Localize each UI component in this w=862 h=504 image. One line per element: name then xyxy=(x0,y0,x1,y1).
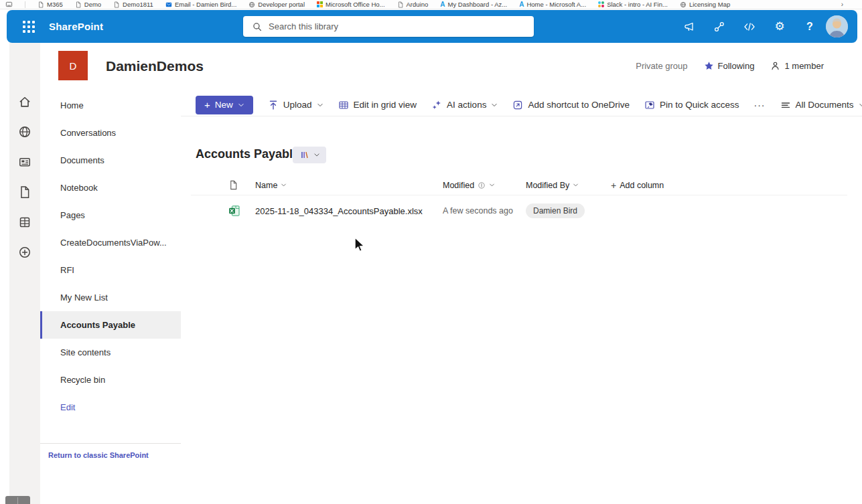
insight-bars-icon xyxy=(299,150,309,160)
chevron-down-icon xyxy=(281,182,287,188)
bookmark-my-dashboard[interactable]: AMy Dashboard - Az... xyxy=(440,1,507,8)
avatar[interactable] xyxy=(826,15,848,37)
help-icon[interactable]: ? xyxy=(804,21,816,33)
page-icon xyxy=(228,180,238,190)
nav-item-accounts-payable[interactable]: Accounts Payable xyxy=(40,311,181,339)
following-button[interactable]: Following xyxy=(704,61,755,71)
search-input[interactable] xyxy=(267,21,518,32)
add-shortcut-onedrive-button[interactable]: Add shortcut to OneDrive xyxy=(512,100,630,110)
bookmark-label: Arduino xyxy=(407,1,429,8)
nav-item-conversations[interactable]: Conversations xyxy=(40,119,181,147)
pin-label: Pin to Quick access xyxy=(660,100,739,110)
pin-icon xyxy=(644,100,655,110)
nav-item-pages[interactable]: Pages xyxy=(40,201,181,229)
nav-item-createdocumentsviapow[interactable]: CreateDocumentsViaPow... xyxy=(40,229,181,256)
plus-icon: + xyxy=(204,100,210,110)
bookmark-developer-portal[interactable]: Developer portal xyxy=(248,1,305,8)
announcements-megaphone-icon[interactable] xyxy=(683,21,695,33)
chevron-down-icon xyxy=(238,102,244,108)
bookmark-arduino[interactable]: Arduino xyxy=(397,1,429,8)
app-name[interactable]: SharePoint xyxy=(49,21,103,32)
bookmark-slack[interactable]: Slack - intro - AI Fin... xyxy=(598,1,668,8)
nav-edit-link[interactable]: Edit xyxy=(40,394,181,421)
slack-icon xyxy=(598,1,604,7)
browser-edge-artifact xyxy=(5,496,30,504)
site-logo-tile[interactable]: D xyxy=(58,51,88,80)
column-header-modified-by[interactable]: Modified By xyxy=(526,181,611,190)
nav-item-recycle-bin[interactable]: Recycle bin xyxy=(40,366,181,394)
nav-item-site-contents[interactable]: Site contents xyxy=(40,339,181,366)
bookmark-label: Email - Damien Bird... xyxy=(175,1,236,8)
azure-icon: A xyxy=(440,1,445,8)
upload-icon xyxy=(268,100,279,110)
bookmark-email[interactable]: Email - Damien Bird... xyxy=(165,1,236,8)
bookmark-licensing-map[interactable]: Licensing Map xyxy=(680,1,730,8)
reading-list-icon[interactable] xyxy=(5,1,13,8)
developer-code-icon[interactable] xyxy=(743,21,756,33)
chevron-down-icon xyxy=(313,150,320,160)
bookmarks-divider xyxy=(25,1,25,8)
modified-by-cell: Damien Bird xyxy=(526,203,611,218)
bookmark-demo[interactable]: Demo xyxy=(75,1,101,8)
info-icon xyxy=(478,181,486,189)
file-type-column-header[interactable] xyxy=(191,180,255,190)
left-app-rail xyxy=(9,43,40,504)
bookmark-azure-home[interactable]: AHome - Microsoft A... xyxy=(519,1,586,8)
file-name-link[interactable]: 2025-11-18_043334_AccountsPayable.xlsx xyxy=(255,206,443,216)
nav-item-rfi[interactable]: RFI xyxy=(40,256,181,284)
automate-flow-icon[interactable] xyxy=(713,21,725,33)
nav-item-notebook[interactable]: Notebook xyxy=(40,174,181,201)
azure-icon: A xyxy=(519,1,524,8)
members-count: 1 member xyxy=(784,61,824,71)
bookmark-label: M365 xyxy=(47,1,63,8)
news-icon[interactable] xyxy=(18,155,31,169)
bookmark-label: Home - Microsoft A... xyxy=(526,1,586,8)
bookmark-label: Licensing Map xyxy=(689,1,730,8)
site-title[interactable]: DamienDemos xyxy=(106,58,204,74)
person-chip[interactable]: Damien Bird xyxy=(526,203,585,218)
members-button[interactable]: 1 member xyxy=(770,61,824,71)
more-commands-ellipsis-icon[interactable]: ··· xyxy=(754,100,766,110)
site-logo-letter: D xyxy=(70,60,77,72)
globe-icon[interactable] xyxy=(18,125,31,139)
chevron-down-icon xyxy=(317,102,324,108)
plus-icon: + xyxy=(611,180,616,191)
settings-gear-icon[interactable]: ⚙ xyxy=(774,21,786,33)
return-to-classic-link[interactable]: Return to classic SharePoint xyxy=(48,451,149,459)
column-header-modified[interactable]: Modified xyxy=(443,181,526,190)
pin-quick-access-button[interactable]: Pin to Quick access xyxy=(644,100,739,110)
globe-icon xyxy=(680,1,687,8)
column-header-name[interactable]: Name xyxy=(255,181,443,190)
edit-grid-view-button[interactable]: Edit in grid view xyxy=(338,100,417,110)
lists-icon[interactable] xyxy=(18,216,31,229)
view-selector[interactable]: All Documents xyxy=(780,100,862,110)
column-label: Name xyxy=(255,181,277,190)
bookmarks-overflow-chevron-icon[interactable]: › xyxy=(841,1,843,8)
add-column-button[interactable]: + Add column xyxy=(611,180,847,191)
modified-cell: A few seconds ago xyxy=(443,206,526,216)
nav-item-my-new-list[interactable]: My New List xyxy=(40,284,181,311)
file-type-cell xyxy=(191,205,255,217)
table-header: Name Modified Modified By + Add column xyxy=(191,175,847,195)
suite-icon-row: ⚙ ? xyxy=(683,10,816,43)
ai-actions-label: AI actions xyxy=(447,100,486,110)
nav-item-documents[interactable]: Documents xyxy=(40,147,181,174)
bookmark-m365[interactable]: M365 xyxy=(38,1,63,8)
new-button[interactable]: + New xyxy=(196,96,253,114)
library-insights-button[interactable] xyxy=(293,147,326,163)
bookmark-demo1811[interactable]: Demo1811 xyxy=(113,1,153,8)
search-box[interactable] xyxy=(243,16,534,37)
home-icon[interactable] xyxy=(18,95,31,108)
document-icon[interactable] xyxy=(18,185,31,199)
bookmark-office-home[interactable]: Microsoft Office Ho... xyxy=(317,1,385,8)
upload-button[interactable]: Upload xyxy=(268,100,324,110)
bookmark-label: Slack - intro - AI Fin... xyxy=(607,1,668,8)
table-row[interactable]: 2025-11-18_043334_AccountsPayable.xlsx A… xyxy=(191,197,847,224)
create-plus-icon[interactable] xyxy=(18,246,31,259)
nav-divider xyxy=(40,443,181,444)
ai-actions-button[interactable]: AI actions xyxy=(431,100,498,110)
mail-icon xyxy=(165,1,172,8)
app-launcher-waffle-icon[interactable] xyxy=(23,21,35,33)
sparkle-icon xyxy=(431,100,442,110)
nav-item-home[interactable]: Home xyxy=(40,92,181,119)
